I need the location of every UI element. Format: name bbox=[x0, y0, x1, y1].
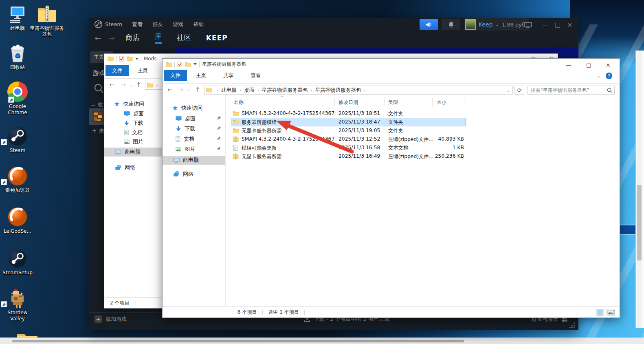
desktop-icon-recycle-bin[interactable]: ♻ 回收站 bbox=[0, 42, 35, 71]
desktop-icon-google-chrome[interactable]: ➚ Google Chrome bbox=[0, 82, 35, 116]
thumbnail-view-button[interactable] bbox=[607, 309, 615, 315]
window-title: Mods bbox=[144, 56, 157, 62]
steam-forward-icon[interactable]: → bbox=[108, 33, 115, 42]
desktop-icon-label: LeiGodSe... bbox=[0, 228, 35, 234]
announcements-button[interactable] bbox=[420, 19, 438, 30]
breadcrumb-pack-outer[interactable]: 星露谷物语服务器包 bbox=[262, 87, 308, 94]
zip-folder-icon bbox=[29, 3, 64, 24]
chevron-down-icon: ⌄ bbox=[496, 22, 499, 27]
sidebar-item-this-pc[interactable]: 此电脑 bbox=[104, 148, 167, 157]
nav-library[interactable]: 库 bbox=[155, 32, 162, 44]
menu-help[interactable]: 帮助 bbox=[193, 21, 204, 28]
steam-back-icon[interactable]: ← bbox=[95, 33, 101, 42]
user-chip[interactable]: Keep ⌄ 1,88 руб bbox=[464, 18, 529, 31]
forward-icon[interactable]: → bbox=[121, 81, 126, 88]
desktop-icon-label: Stardew Valley bbox=[0, 310, 35, 322]
steam-icon: ➚ bbox=[0, 126, 35, 146]
properties-check-icon[interactable] bbox=[119, 56, 124, 62]
column-type[interactable]: 类型 bbox=[388, 99, 398, 106]
folder-icon bbox=[233, 111, 239, 116]
add-game-button[interactable]: + 添加游戏 bbox=[95, 315, 127, 323]
tab-file[interactable]: 文件 bbox=[164, 70, 187, 81]
details-view-button[interactable] bbox=[596, 309, 604, 315]
library-game-row-selected[interactable] bbox=[89, 108, 105, 125]
tab-view[interactable]: 查看 bbox=[245, 70, 266, 81]
history-chevron-icon[interactable]: ⌄ bbox=[130, 83, 133, 87]
column-name[interactable]: 名称 bbox=[234, 99, 244, 106]
menu-friends[interactable]: 好友 bbox=[152, 21, 163, 28]
notifications-button[interactable] bbox=[442, 19, 460, 30]
properties-check-icon[interactable] bbox=[177, 62, 182, 67]
nav-store[interactable]: 商店 bbox=[125, 33, 140, 42]
sidebar-item-downloads[interactable]: 下载 bbox=[176, 124, 225, 133]
up-icon[interactable]: ↑ bbox=[195, 86, 200, 93]
menu-games[interactable]: 游戏 bbox=[173, 21, 183, 28]
desktop-icon-steamsetup[interactable]: SteamSetup bbox=[0, 248, 35, 276]
back-icon[interactable]: ← bbox=[110, 81, 115, 88]
tab-home[interactable]: 主页 bbox=[132, 65, 154, 76]
resize-grip[interactable] bbox=[569, 322, 575, 328]
up-icon[interactable]: ↑ bbox=[136, 81, 141, 88]
svg-text:♻: ♻ bbox=[15, 52, 20, 60]
column-date[interactable]: 修改日期 bbox=[338, 99, 358, 106]
sidebar-item-network[interactable]: 网络 bbox=[104, 163, 167, 172]
back-icon[interactable]: ← bbox=[167, 86, 173, 93]
nav-community[interactable]: 社区 bbox=[177, 33, 191, 42]
expand-icon: + bbox=[92, 128, 97, 134]
column-size[interactable]: 大小 bbox=[437, 99, 446, 106]
vertical-scrollbar-thumb[interactable] bbox=[637, 185, 642, 260]
steam-minimize-button[interactable]: — bbox=[542, 21, 548, 29]
breadcrumb-desktop[interactable]: 桌面 bbox=[244, 87, 254, 94]
steam-close-button[interactable]: ✕ bbox=[567, 21, 572, 29]
big-picture-icon[interactable] bbox=[524, 22, 532, 29]
sidebar-item-this-pc[interactable]: 此电脑 bbox=[163, 156, 225, 165]
history-chevron-icon[interactable]: ⌄ bbox=[187, 88, 190, 92]
status-bar: 6 个项目 | 选中 1 个项目 | bbox=[163, 307, 620, 318]
refresh-button[interactable]: ⟳ bbox=[514, 86, 524, 95]
sidebar-item-network[interactable]: 网络 bbox=[163, 170, 225, 179]
menu-steam[interactable]: Steam bbox=[105, 21, 122, 27]
help-button[interactable]: ? bbox=[606, 73, 612, 79]
new-folder-icon[interactable] bbox=[185, 62, 191, 67]
horizontal-scrollbar-thumb[interactable] bbox=[12, 340, 464, 342]
minimize-button[interactable]: — bbox=[566, 62, 571, 68]
add-game-label: 添加游戏 bbox=[106, 315, 127, 323]
sidebar-item-documents[interactable]: 文档 bbox=[176, 135, 225, 143]
shortcut-arrow-icon: ➚ bbox=[1, 139, 7, 145]
address-bar[interactable]: › 此电脑 › 桌面 › 星露谷物语服务器包 › 星露谷物语服务器包 › ⌄ bbox=[204, 86, 513, 95]
search-box[interactable] bbox=[528, 86, 615, 95]
qat-dropdown-icon[interactable] bbox=[135, 58, 138, 60]
quick-access-toolbar: Mods bbox=[108, 56, 157, 62]
stardew-valley-icon: ➚ bbox=[0, 288, 35, 308]
tab-share[interactable]: 共享 bbox=[218, 70, 239, 81]
steam-maximize-button[interactable]: □ bbox=[555, 21, 560, 29]
sidebar-item-desktop[interactable]: 桌面 bbox=[176, 114, 225, 123]
desktop-icon-stardew-valley[interactable]: ➚ Stardew Valley bbox=[0, 288, 35, 322]
breadcrumb-pack-inner[interactable]: 星露谷物语服务器包 bbox=[315, 87, 361, 94]
menu-view[interactable]: 查看 bbox=[132, 21, 143, 28]
desktop-icon-leishen[interactable]: ➚ 雷神加速器 bbox=[0, 165, 35, 194]
file-size: 40,893 KB bbox=[418, 136, 464, 142]
qat-dropdown-icon[interactable] bbox=[193, 63, 197, 65]
stardew-game-thumb-icon bbox=[93, 111, 103, 122]
ribbon-expand-icon[interactable]: ⌄ bbox=[597, 73, 600, 79]
zip-file-icon bbox=[233, 136, 239, 142]
desktop-icon-steam[interactable]: ➚ Steam bbox=[0, 126, 35, 154]
address-dropdown-icon[interactable]: ⌄ bbox=[507, 88, 510, 93]
tab-home[interactable]: 主页 bbox=[190, 70, 212, 81]
nav-profile-keep[interactable]: KEEP bbox=[206, 34, 228, 42]
library-search-icon[interactable] bbox=[94, 83, 103, 94]
tab-file[interactable]: 文件 bbox=[106, 65, 129, 76]
this-pc-icon bbox=[115, 150, 121, 155]
sidebar-item-pictures[interactable]: 图片 bbox=[176, 145, 225, 154]
breadcrumb-this-pc[interactable]: 此电脑 bbox=[221, 87, 237, 94]
forward-icon[interactable]: → bbox=[178, 86, 183, 93]
new-folder-icon[interactable] bbox=[127, 56, 133, 61]
search-input[interactable] bbox=[528, 86, 614, 94]
shortcut-arrow-icon: ➚ bbox=[1, 179, 7, 185]
desktop-icon-server-pack-zip[interactable]: 星露谷物语服务器包 bbox=[29, 3, 64, 37]
maximize-button[interactable]: □ bbox=[586, 62, 591, 68]
desktop-icon-leigodse[interactable]: LeiGodSe... bbox=[0, 206, 35, 234]
desktop-icon-label: 回收站 bbox=[0, 64, 35, 71]
close-button[interactable]: ✕ bbox=[606, 62, 611, 68]
